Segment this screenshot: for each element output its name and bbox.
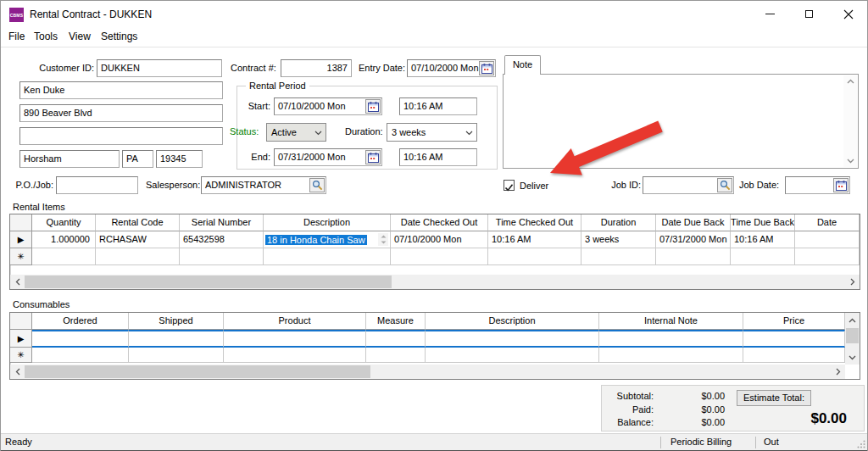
cell-product[interactable] [224, 330, 366, 348]
col-description[interactable]: Description [264, 214, 391, 231]
scroll-thumb[interactable] [846, 328, 859, 343]
start-date-calendar-button[interactable] [365, 99, 381, 114]
maximize-button[interactable] [789, 1, 828, 27]
job-id-lookup-button[interactable] [717, 178, 732, 192]
cell-duration[interactable]: 3 weeks [581, 231, 656, 248]
address2-field[interactable] [19, 127, 223, 145]
tab-note[interactable]: Note [504, 55, 541, 75]
col-price[interactable]: Price [743, 313, 845, 330]
scroll-right-button[interactable] [831, 365, 845, 379]
current-row-marker: ▶ [10, 330, 32, 348]
col-ordered[interactable]: Ordered [32, 313, 129, 330]
rental-items-horizontal-scrollbar[interactable] [10, 275, 860, 289]
entry-date-field[interactable]: 07/10/2000 Mon [407, 59, 496, 77]
scroll-thumb[interactable] [25, 276, 392, 288]
col-internal-note[interactable]: Internal Note [599, 313, 743, 330]
col-measure[interactable]: Measure [366, 313, 426, 330]
cell-date-checked-out[interactable]: 07/10/2000 Mon [391, 231, 488, 248]
status-combo[interactable]: Active [266, 123, 326, 142]
cell-ordered[interactable] [32, 330, 129, 348]
check-icon [504, 183, 514, 192]
col-duration[interactable]: Duration [581, 214, 656, 231]
status-ready: Ready [5, 437, 32, 447]
start-date-value: 07/10/2000 Mon [278, 101, 346, 111]
scroll-right-button[interactable] [845, 275, 860, 289]
col-time-checked-out[interactable]: Time Checked Out [488, 214, 581, 231]
cell-internal-note[interactable] [599, 330, 743, 348]
col-serial-number[interactable]: Serial Number [180, 214, 264, 231]
col-product[interactable]: Product [224, 313, 366, 330]
rental-items-new-row[interactable]: ✳ [10, 248, 860, 265]
status-value: Active [271, 127, 297, 137]
consumables-horizontal-scrollbar[interactable] [10, 365, 845, 379]
col-date[interactable]: Date [795, 214, 860, 231]
cell-shipped[interactable] [129, 330, 224, 348]
cell-quantity[interactable]: 1.000000 [32, 231, 96, 248]
cell-date-due-back[interactable]: 07/31/2000 Mon [656, 231, 731, 248]
salesperson-lookup-button[interactable] [309, 178, 325, 192]
close-button[interactable] [829, 1, 868, 27]
spin-up-icon [381, 235, 387, 238]
cell-description[interactable]: 18 in Honda Chain Saw [264, 231, 391, 248]
cell-measure[interactable] [366, 330, 426, 348]
job-date-field[interactable] [785, 176, 850, 194]
paid-value: $0.00 [665, 404, 725, 415]
job-id-field[interactable] [643, 176, 734, 194]
scroll-up-icon[interactable] [847, 79, 854, 84]
cell-description[interactable] [426, 330, 599, 348]
address1-field[interactable]: 890 Beaver Blvd [19, 104, 223, 122]
scroll-left-icon [15, 278, 20, 286]
col-shipped[interactable]: Shipped [129, 313, 224, 330]
end-date-calendar-button[interactable] [365, 150, 381, 164]
consumables-vertical-scrollbar[interactable] [845, 313, 860, 365]
cell-time-checked-out[interactable]: 10:16 AM [488, 231, 581, 248]
entry-date-calendar-button[interactable] [479, 61, 494, 75]
col-quantity[interactable]: Quantity [32, 214, 96, 231]
duration-combo[interactable]: 3 weeks [387, 123, 477, 142]
salesperson-value: ADMINISTRATOR [205, 180, 281, 190]
customer-id-field[interactable]: DUKKEN [97, 59, 222, 77]
salesperson-field[interactable]: ADMINISTRATOR [201, 176, 326, 194]
state-field[interactable]: PA [122, 150, 153, 168]
cell-rental-code[interactable]: RCHASAW [96, 231, 180, 248]
col-description[interactable]: Description [426, 313, 599, 330]
entry-date-value: 07/10/2000 Mon [411, 63, 479, 73]
col-rental-code[interactable]: Rental Code [96, 214, 180, 231]
scroll-left-button[interactable] [10, 275, 25, 289]
note-vertical-scrollbar[interactable] [843, 75, 857, 167]
col-date-checked-out[interactable]: Date Checked Out [391, 214, 488, 231]
current-row-marker: ▶ [10, 231, 32, 248]
cell-price[interactable] [743, 330, 845, 348]
menu-file[interactable]: File [8, 31, 25, 42]
customer-name-field[interactable]: Ken Duke [19, 81, 223, 99]
start-date-field[interactable]: 07/10/2000 Mon [274, 97, 382, 115]
menu-tools[interactable]: Tools [34, 31, 58, 42]
menu-view[interactable]: View [69, 31, 91, 42]
end-date-field[interactable]: 07/31/2000 Mon [274, 148, 382, 166]
scroll-down-icon[interactable] [847, 159, 854, 164]
menu-settings[interactable]: Settings [101, 31, 137, 42]
end-time-field[interactable]: 10:16 AM [399, 148, 477, 166]
scroll-left-button[interactable] [10, 365, 25, 379]
resize-grip[interactable] [857, 440, 865, 448]
estimate-total-button[interactable]: Estimate Total: [737, 390, 811, 406]
consumables-new-row[interactable]: ✳ [10, 348, 845, 363]
zip-field[interactable]: 19345 [156, 150, 203, 168]
description-spinner[interactable] [378, 233, 388, 246]
cell-serial-number[interactable]: 65432598 [180, 231, 264, 248]
minimize-button[interactable] [750, 1, 789, 27]
scroll-up-button[interactable] [845, 313, 860, 327]
scroll-thumb[interactable] [25, 365, 370, 378]
deliver-checkbox[interactable] [504, 180, 515, 191]
spin-down-icon [381, 241, 387, 244]
city-field[interactable]: Horsham [19, 150, 120, 168]
scroll-down-button[interactable] [845, 350, 860, 365]
cell-date[interactable] [795, 231, 860, 248]
col-date-due-back[interactable]: Date Due Back [656, 214, 731, 231]
start-time-field[interactable]: 10:16 AM [399, 97, 477, 115]
cell-time-due-back[interactable]: 10:16 AM [731, 231, 795, 248]
note-textarea[interactable] [505, 76, 841, 166]
col-time-due-back[interactable]: Time Due Back [731, 214, 795, 231]
po-job-field[interactable] [56, 176, 138, 194]
job-date-calendar-button[interactable] [833, 178, 849, 192]
